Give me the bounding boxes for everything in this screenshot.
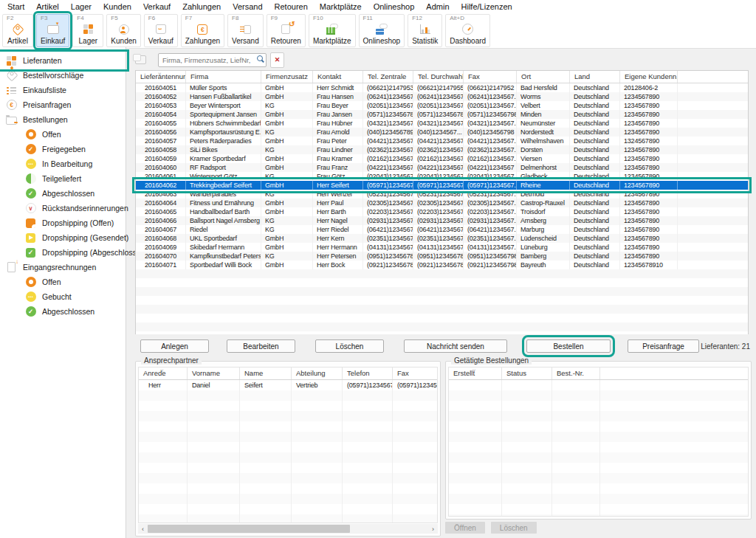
scroll-thumb[interactable] <box>148 525 350 533</box>
contact-column-header-telefon[interactable]: Telefon <box>343 368 393 379</box>
supplier-row-201604066[interactable]: 201604066Ballsport Nagel ArnsbergKGHerr … <box>136 216 748 225</box>
contact-column-header-vorname[interactable]: Vorname <box>188 368 240 379</box>
sidebar-item-eingangsrechnungen[interactable]: Eingangsrechnungen <box>0 260 126 275</box>
menu-item-artikel[interactable]: Artikel <box>30 1 65 12</box>
öffnen-button-disabled[interactable]: Öffnen <box>445 522 485 534</box>
preisanfrage-button[interactable]: Preisanfrage <box>628 339 699 353</box>
menu-item-versand[interactable]: Versand <box>227 1 268 12</box>
column-header-eigene-kundenn[interactable]: Eigene Kundenn... <box>620 71 678 83</box>
menu-item-admin[interactable]: Admin <box>420 1 455 12</box>
menu-item-lager[interactable]: Lager <box>65 1 97 12</box>
supplier-row-201604056[interactable]: 201604056Kampfsportausrüstung E. A...KGF… <box>136 128 748 137</box>
contact-column-header-anrede[interactable]: Anrede˅ <box>139 368 188 379</box>
anlegen-button[interactable]: Anlegen <box>140 339 209 353</box>
sidebar-item-freigegeben[interactable]: Freigegeben <box>0 142 126 156</box>
supplier-row-201604071[interactable]: 201604071Sportbedarf Willi BockGmbHHerr … <box>136 261 748 269</box>
supplier-row-201604063[interactable]: 201604063WanderparadiesKGHerr Wenzel(052… <box>136 190 748 199</box>
bestellen-button[interactable]: Bestellen <box>526 339 611 353</box>
filter-icon[interactable] <box>135 55 146 64</box>
contacts-hscrollbar[interactable]: ‹ › <box>138 524 438 534</box>
supplier-row-201604053[interactable]: 201604053Beyer WintersportKGFrau Beyer(0… <box>136 101 748 110</box>
supplier-row-201604057[interactable]: 201604057Peters RäderparadiesGmbHFrau Pe… <box>136 137 748 145</box>
menu-item-retouren[interactable]: Retouren <box>269 1 314 12</box>
supplier-row-201604068[interactable]: 201604068UKL SportbedarfGmbHHerr Kern(02… <box>136 234 748 243</box>
sidebar-item-abgeschlossen[interactable]: Abgeschlossen <box>0 186 126 201</box>
sidebar-item-dropshipping-abgeschlossen[interactable]: Dropshipping (Abgeschlossen) <box>0 245 126 260</box>
contact-row[interactable]: HerrDanielSeifertVertrieb(05971)1234567.… <box>139 380 437 390</box>
toolbar-button-zahlungen[interactable]: F7€Zahlungen <box>181 14 224 47</box>
column-header-tel-zentrale[interactable]: Tel. Zentrale <box>363 71 413 83</box>
toolbar-button-artikel[interactable]: F2Artikel <box>2 14 33 47</box>
sidebar-item-dropshipping-gesendet[interactable]: Dropshipping (Gesendet) <box>0 230 126 245</box>
order-column-header-status[interactable]: Status <box>502 368 552 379</box>
toolbar-button-kunden[interactable]: F5Kunden <box>106 14 140 47</box>
menu-item-verkauf[interactable]: Verkauf <box>137 1 176 12</box>
supplier-row-201604051[interactable]: 201604051Müller SportsGmbHHerr Schmidt(0… <box>136 83 748 92</box>
column-header-firma[interactable]: Firma <box>186 71 261 83</box>
clear-search-button[interactable]: ✕ <box>270 52 284 68</box>
menu-item-kunden[interactable]: Kunden <box>97 1 137 12</box>
column-header-land[interactable]: Land <box>570 71 620 83</box>
column-header-fax[interactable]: Fax <box>464 71 517 83</box>
sidebar-item-rückstandserinnerungen[interactable]: Rückstandserinnerungen <box>0 201 126 215</box>
sidebar-item-offen[interactable]: Offen <box>0 127 126 142</box>
toolbar-button-marktplätze[interactable]: F10Marktplätze <box>309 14 356 47</box>
sidebar-item-teilgeliefert[interactable]: Teilgeliefert <box>0 171 126 186</box>
sidebar-item-offen[interactable]: Offen <box>0 275 126 289</box>
supplier-row-201604067[interactable]: 201604067RiedelKGHerr Riedel(06421)12345… <box>136 225 748 234</box>
scroll-right-icon[interactable]: › <box>428 524 438 534</box>
sidebar-item-preisanfragen[interactable]: €Preisanfragen <box>0 97 126 112</box>
supplier-row-201604070[interactable]: 201604070Kampfkunstbedarf PetersenKGHerr… <box>136 252 748 261</box>
sidebar-item-abgeschlossen[interactable]: Abgeschlossen <box>0 304 126 319</box>
column-header-firmenzusatz[interactable]: Firmenzusatz <box>261 71 313 83</box>
order-column-header-erstellt[interactable]: Erstellt˅ <box>449 368 502 379</box>
menu-item-start[interactable]: Start <box>1 1 30 12</box>
supplier-row-201604064[interactable]: 201604064Fitness und ErnährungGmbHHerr P… <box>136 199 748 207</box>
toolbar-button-retouren[interactable]: F9Retouren <box>267 14 306 47</box>
supplier-row-201604059[interactable]: 201604059Kramer SportbedarfGmbHFrau Kram… <box>136 154 748 163</box>
cell: (06241)1234567... <box>464 92 517 101</box>
toolbar-button-versand[interactable]: F8Versand <box>227 14 264 47</box>
contact-column-header-name[interactable]: Name <box>240 368 292 379</box>
toolbar-button-dashboard[interactable]: Alt+DDashboard <box>445 14 490 47</box>
column-header-ort[interactable]: Ort <box>517 71 570 83</box>
column-header-tel-durchwahl[interactable]: Tel. Durchwahl <box>413 71 464 83</box>
contact-column-header-abteilung[interactable]: Abteilung <box>292 368 343 379</box>
cell: 1234567890 <box>620 225 678 234</box>
toolbar-button-lager[interactable]: F4Lager <box>72 14 103 47</box>
menu-item-onlineshop[interactable]: Onlineshop <box>368 1 421 12</box>
supplier-row-201604060[interactable]: 201604060RF RadsportGmbHFrau Franz(04221… <box>136 163 748 172</box>
sidebar-item-einkaufsliste[interactable]: Einkaufsliste <box>0 83 126 97</box>
supplier-row-201604055[interactable]: 201604055Hübners SchwimmbedarfGmbHFrau H… <box>136 119 748 128</box>
menu-item-hilfe-lizenzen[interactable]: Hilfe/Lizenzen <box>456 1 518 12</box>
column-header-kontakt[interactable]: Kontakt <box>313 71 363 83</box>
search-input[interactable] <box>158 53 267 67</box>
toolbar-button-statistik[interactable]: F12Statistik <box>408 14 442 47</box>
scroll-left-icon[interactable]: ‹ <box>138 524 148 534</box>
löschen-button-disabled[interactable]: Löschen <box>491 522 537 534</box>
supplier-row-201604058[interactable]: 201604058SiLi BikesKGFrau Lindner(02362)… <box>136 145 748 154</box>
supplier-row-201604065[interactable]: 201604065Handballbedarf BarthGmbHHerr Ba… <box>136 207 748 216</box>
sidebar-item-in-bearbeitung[interactable]: In Bearbeitung <box>0 156 126 171</box>
menu-item-marktplätze[interactable]: Marktplätze <box>314 1 368 12</box>
toolbar-button-onlineshop[interactable]: F11Onlineshop <box>359 14 405 47</box>
contact-column-header-fax[interactable]: Fax <box>393 368 438 379</box>
sidebar-item-bestellvorschläge[interactable]: Bestellvorschläge <box>0 68 126 83</box>
supplier-row-201604061[interactable]: 201604061Wintersport GötzKGFrau Götz(020… <box>136 172 748 181</box>
nachricht-senden-button[interactable]: Nachricht senden <box>404 339 507 353</box>
bearbeiten-button[interactable]: Bearbeiten <box>227 339 295 353</box>
column-header-lieferantennum[interactable]: Lieferantennum...˅ <box>136 71 186 83</box>
toolbar-button-verkauf[interactable]: F6Verkauf <box>144 14 178 47</box>
toolbar-button-einkauf[interactable]: F3Einkauf <box>36 14 69 47</box>
supplier-row-201604054[interactable]: 201604054Sportequipment JansenGmbHFrau J… <box>136 110 748 119</box>
order-column-header-best-nr[interactable]: Best.-Nr. <box>552 368 600 379</box>
sidebar-item-gebucht[interactable]: Gebucht <box>0 289 126 304</box>
löschen-button[interactable]: Löschen <box>315 339 384 353</box>
menu-item-zahlungen[interactable]: Zahlungen <box>176 1 227 12</box>
supplier-row-201604052[interactable]: 201604052Hansen FußballartikelGmbHFrau H… <box>136 92 748 101</box>
sidebar-item-lieferanten[interactable]: Lieferanten <box>0 53 126 68</box>
supplier-row-201604062[interactable]: 201604062Trekkingbedarf SeifertGmbHHerr … <box>136 181 748 190</box>
sidebar-item-bestellungen[interactable]: Bestellungen <box>0 112 126 127</box>
sidebar-item-dropshipping-offen[interactable]: Dropshipping (Offen) <box>0 215 126 230</box>
supplier-row-201604069[interactable]: 201604069Skibedarf HermannGmbHHerr Herma… <box>136 243 748 252</box>
